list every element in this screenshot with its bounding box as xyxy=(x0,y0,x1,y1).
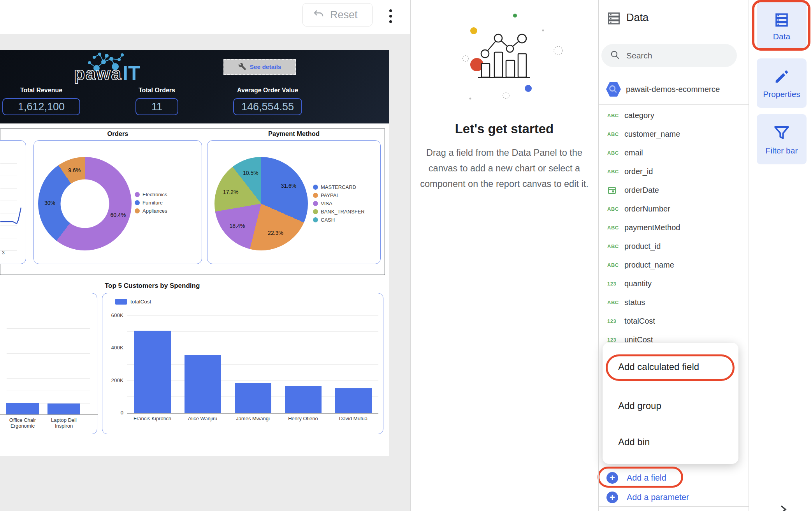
legend-dot-icon xyxy=(135,192,140,197)
field-name: product_name xyxy=(624,261,674,270)
see-details-label: See details xyxy=(250,63,281,70)
data-icon xyxy=(606,11,622,26)
wrench-icon xyxy=(238,62,246,72)
see-details-button[interactable]: See details xyxy=(223,59,296,75)
data-source-name: pawait-demos-ecommerce xyxy=(626,85,720,94)
tab-filter-bar[interactable]: Filter bar xyxy=(757,114,807,164)
legend-label: CASH xyxy=(321,217,335,223)
reset-button[interactable]: Reset xyxy=(302,3,373,26)
legend-label: Electronics xyxy=(142,192,167,197)
field-name: orderNumber xyxy=(624,204,670,213)
top5-bar-plot: 0200K400K600KFrancis KiprotichAlice Wanj… xyxy=(102,293,384,435)
slice-label: 10.5% xyxy=(243,170,258,176)
report-page[interactable]: pawa IT See details Total Revenue Total … xyxy=(0,50,389,456)
payment-pie-chart-card[interactable]: 31.6%22.3%18.4%17.2%10.5% MASTERCARDPAYP… xyxy=(207,140,381,264)
data-source-row[interactable]: pawait-demos-ecommerce xyxy=(606,80,720,98)
field-item-customer_name[interactable]: ABCcustomer_name xyxy=(598,125,749,143)
getting-started-title: Let's get started xyxy=(410,122,598,136)
x-axis-category-label: Laptop Dell Inspiron xyxy=(43,417,84,429)
legend-row: Furniture xyxy=(135,199,167,207)
field-item-status[interactable]: ABCstatus xyxy=(598,293,749,312)
field-search-input[interactable]: Search xyxy=(601,44,737,67)
orders-chart-legend: ElectronicsFurnitureAppliances xyxy=(135,190,167,215)
field-name: quantity xyxy=(624,279,652,288)
data-tab-icon xyxy=(770,12,793,28)
tab-data[interactable]: Data xyxy=(757,2,807,48)
divider xyxy=(598,104,749,105)
text-field-type-icon: ABC xyxy=(607,169,624,174)
field-item-orderNumber[interactable]: ABCorderNumber xyxy=(598,199,749,218)
field-item-paymentMethod[interactable]: ABCpaymentMethod xyxy=(598,218,749,237)
menu-item-add-calculated-field[interactable]: Add calculated field xyxy=(618,358,699,376)
add-a-field-label: Add a field xyxy=(627,473,666,483)
more-options-kebab-icon[interactable] xyxy=(389,9,393,23)
calendar-field-type-icon xyxy=(607,185,624,195)
top-toolbar: Reset xyxy=(0,0,410,35)
legend-row: PAYPAL xyxy=(313,191,365,199)
bar xyxy=(185,355,221,413)
x-axis-line xyxy=(127,413,378,414)
logo-text-pawa: pawa xyxy=(74,63,122,84)
legend-label: MASTERCARD xyxy=(321,184,356,190)
tab-filter-bar-label: Filter bar xyxy=(766,146,798,155)
kpi-value-total-revenue: 1,612,100 xyxy=(2,98,80,115)
partial-bar-chart-card[interactable]: Office Chair ErgonomicLaptop Dell Inspir… xyxy=(0,293,97,434)
search-icon xyxy=(610,50,620,62)
field-name: totalCost xyxy=(624,317,655,326)
chevron-right-icon[interactable] xyxy=(779,505,788,511)
x-axis-line xyxy=(0,414,98,415)
field-item-totalCost[interactable]: 123totalCost xyxy=(598,312,749,330)
number-field-type-icon: 123 xyxy=(607,337,624,343)
legend-dot-icon xyxy=(135,208,140,213)
field-item-quantity[interactable]: 123quantity xyxy=(598,274,749,293)
number-field-type-icon: 123 xyxy=(607,281,624,287)
menu-item-add-group[interactable]: Add group xyxy=(618,396,661,415)
field-item-product_id[interactable]: ABCproduct_id xyxy=(598,237,749,256)
add-a-field-button[interactable]: + Add a field xyxy=(606,472,666,484)
partial-line-chart-card[interactable]: 3 xyxy=(0,140,26,264)
field-name: customer_name xyxy=(624,130,680,139)
gridline xyxy=(127,315,378,316)
data-panel-header: Data xyxy=(598,0,749,38)
field-item-category[interactable]: ABCcategory xyxy=(598,106,749,125)
legend-row: MASTERCARD xyxy=(313,183,365,191)
bar xyxy=(335,388,372,413)
line-chart-partial-x-label: 3 xyxy=(2,250,5,256)
kpi-label-avg-order-value: Average Order Value xyxy=(233,87,302,94)
field-item-email[interactable]: ABCemail xyxy=(598,143,749,162)
data-panel: Data Search pawait-demos-ecommerce ABCca… xyxy=(598,0,749,511)
payment-chart-title: Payment Method xyxy=(207,130,381,137)
y-axis-tick-label: 600K xyxy=(102,312,123,318)
orders-chart-title: Orders xyxy=(33,130,202,137)
logo-text-it: IT xyxy=(123,62,140,85)
legend-dot-icon xyxy=(313,217,318,222)
search-placeholder: Search xyxy=(626,51,652,60)
divider xyxy=(410,0,411,511)
slice-label: 9.6% xyxy=(68,167,81,173)
field-item-product_name[interactable]: ABCproduct_name xyxy=(598,256,749,274)
legend-dot-icon xyxy=(313,185,318,190)
tab-properties[interactable]: Properties xyxy=(757,58,807,108)
divider xyxy=(598,0,599,511)
field-item-order_id[interactable]: ABCorder_id xyxy=(598,162,749,181)
report-canvas-area[interactable]: pawa IT See details Total Revenue Total … xyxy=(0,34,410,511)
plus-icon: + xyxy=(606,492,618,503)
legend-row: VISA xyxy=(313,199,365,208)
bar xyxy=(47,404,80,414)
top5-bar-chart-card[interactable]: totalCost 0200K400K600KFrancis Kiprotich… xyxy=(102,293,383,434)
legend-label: BANK_TRANSFER xyxy=(321,209,365,215)
x-axis-category-label: Alice Wanjiru xyxy=(178,416,228,421)
kpi-value-total-orders: 11 xyxy=(135,98,178,115)
undo-icon xyxy=(312,9,325,20)
add-field-context-menu: Add calculated field Add group Add bin xyxy=(603,343,738,464)
field-name: orderDate xyxy=(624,186,659,195)
slice-label: 17.2% xyxy=(223,189,239,195)
tab-data-label: Data xyxy=(773,32,790,41)
menu-item-add-bin[interactable]: Add bin xyxy=(618,433,650,451)
field-list: ABCcategoryABCcustomer_nameABCemailABCor… xyxy=(598,106,749,349)
legend-label: Appliances xyxy=(142,208,167,214)
orders-donut-chart-card[interactable]: 60.4%30%9.6% ElectronicsFurnitureApplian… xyxy=(33,140,202,264)
slice-label: 30% xyxy=(44,200,55,206)
field-item-orderDate[interactable]: orderDate xyxy=(598,181,749,199)
add-a-parameter-button[interactable]: + Add a parameter xyxy=(606,492,689,503)
